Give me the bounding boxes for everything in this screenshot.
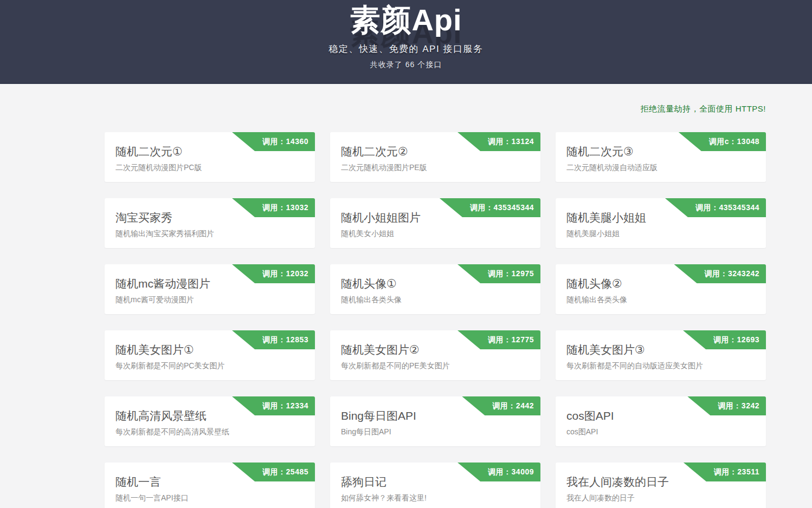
api-card[interactable]: 调用：12334 随机高清风景壁纸 每次刷新都是不同的高清风景壁纸 (105, 396, 315, 446)
api-card[interactable]: 调用：2442 Bing每日图API Bing每日图API (330, 396, 540, 446)
api-card-desc: 每次刷新都是不同的高清风景壁纸 (115, 427, 304, 437)
api-card[interactable]: 调用：435345344 随机小姐姐图片 随机美女小姐姐 (330, 198, 540, 248)
api-card[interactable]: 调用：13032 淘宝买家秀 随机输出淘宝买家秀福利图片 (105, 198, 315, 248)
api-card[interactable]: 调用：435345344 随机美腿小姐姐 随机美腿小姐姐 (556, 198, 766, 248)
hero-header: 素颜Api 稳定、快速、免费的 API 接口服务 共收录了 66 个接口 (0, 0, 812, 84)
api-card[interactable]: 调用：12775 随机美女图片② 每次刷新都是不同的PE美女图片 (330, 330, 540, 380)
site-subtitle: 稳定、快速、免费的 API 接口服务 (0, 43, 812, 55)
api-card[interactable]: 调用：34009 舔狗日记 如何舔女神？来看看这里! (330, 463, 540, 508)
api-card-grid: 调用：14360 随机二次元① 二次元随机动漫图片PC版 调用：13124 随机… (105, 132, 766, 508)
api-card[interactable]: 调用：25485 随机一言 随机一句一言API接口 (105, 463, 315, 508)
api-card[interactable]: 调用：12693 随机美女图片③ 每次刷新都是不同的自动版适应美女图片 (556, 330, 766, 380)
api-card-desc: 二次元随机动漫图片PC版 (115, 163, 304, 173)
api-card-desc: cos图API (566, 427, 755, 437)
api-card-desc: 随机mc酱可爱动漫图片 (115, 295, 304, 305)
api-card-desc: 随机美腿小姐姐 (566, 229, 755, 239)
api-card-desc: 随机输出各类头像 (341, 295, 530, 305)
api-card-desc: 我在人间凑数的日子 (566, 493, 755, 503)
api-card[interactable]: 调用：12853 随机美女图片① 每次刷新都是不同的PC美女图片 (105, 330, 315, 380)
api-card[interactable]: 调用：13124 随机二次元② 二次元随机动漫图片PE版 (330, 132, 540, 182)
api-card-desc: 随机一句一言API接口 (115, 493, 304, 503)
api-card-desc: 每次刷新都是不同的PC美女图片 (115, 361, 304, 371)
api-card-desc: Bing每日图API (341, 427, 530, 437)
api-card-desc: 每次刷新都是不同的PE美女图片 (341, 361, 530, 371)
api-card-desc: 如何舔女神？来看看这里! (341, 493, 530, 503)
api-card-desc: 二次元随机动漫自动适应版 (566, 163, 755, 173)
api-card[interactable]: 调用：14360 随机二次元① 二次元随机动漫图片PC版 (105, 132, 315, 182)
api-card[interactable]: 调用：3242 cos图API cos图API (556, 396, 766, 446)
api-card-desc: 随机输出各类头像 (566, 295, 755, 305)
api-card[interactable]: 调用：12975 随机头像① 随机输出各类头像 (330, 264, 540, 314)
api-card[interactable]: 调用c：13048 随机二次元③ 二次元随机动漫自动适应版 (556, 132, 766, 182)
api-card-desc: 随机输出淘宝买家秀福利图片 (115, 229, 304, 239)
api-card[interactable]: 调用：3243242 随机头像② 随机输出各类头像 (556, 264, 766, 314)
https-notice-link[interactable]: 拒绝流量劫持，全面使用 HTTPS! (105, 104, 766, 114)
api-count-text: 共收录了 66 个接口 (0, 60, 812, 70)
api-card-desc: 二次元随机动漫图片PE版 (341, 163, 530, 173)
main-content: 拒绝流量劫持，全面使用 HTTPS! 调用：14360 随机二次元① 二次元随机… (105, 104, 766, 508)
api-card[interactable]: 调用：12032 随机mc酱动漫图片 随机mc酱可爱动漫图片 (105, 264, 315, 314)
api-card-desc: 每次刷新都是不同的自动版适应美女图片 (566, 361, 755, 371)
api-card-desc: 随机美女小姐姐 (341, 229, 530, 239)
api-card[interactable]: 调用：23511 我在人间凑数的日子 我在人间凑数的日子 (556, 463, 766, 508)
site-title: 素颜Api (0, 0, 812, 36)
